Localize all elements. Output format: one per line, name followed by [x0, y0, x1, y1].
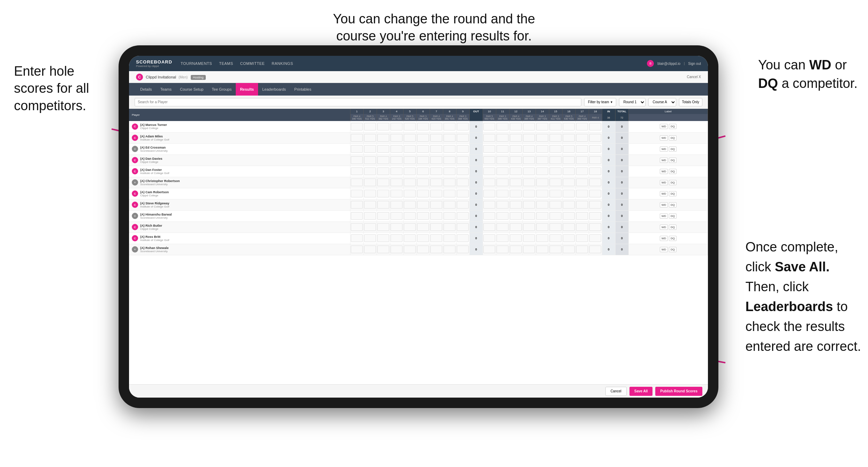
hole-8-input-p6[interactable]: [444, 190, 455, 197]
hole-3-input-p8[interactable]: [377, 212, 389, 220]
hole-14-cell[interactable]: [536, 155, 549, 166]
hole-18-input-p5[interactable]: [589, 179, 601, 186]
hole-10-input-p3[interactable]: [483, 156, 495, 164]
hole-13-input-p7[interactable]: [523, 201, 535, 209]
wd-button-p4[interactable]: WD: [660, 169, 668, 174]
hole-16-cell[interactable]: [562, 121, 575, 132]
hole-3-cell[interactable]: [377, 244, 390, 255]
hole-1-cell[interactable]: [350, 210, 363, 221]
hole-12-cell[interactable]: [509, 121, 522, 132]
hole-7-input-p10[interactable]: [430, 234, 442, 242]
hole-4-input-p1[interactable]: [391, 134, 402, 142]
hole-3-input-p9[interactable]: [377, 223, 389, 231]
hole-2-input-p8[interactable]: [364, 212, 376, 220]
save-all-button[interactable]: Save All: [629, 387, 653, 396]
hole-3-input-p1[interactable]: [377, 134, 389, 142]
hole-9-input-p1[interactable]: [457, 134, 469, 142]
hole-13-input-p5[interactable]: [523, 179, 535, 186]
hole-4-cell[interactable]: [390, 166, 403, 177]
hole-12-cell[interactable]: [509, 143, 522, 155]
hole-14-input-p9[interactable]: [536, 223, 548, 231]
hole-14-input-p3[interactable]: [536, 156, 548, 164]
hole-13-cell[interactable]: [522, 233, 536, 244]
hole-11-cell[interactable]: [496, 177, 509, 188]
hole-2-cell[interactable]: [363, 233, 377, 244]
hole-4-cell[interactable]: [390, 188, 403, 199]
hole-14-cell[interactable]: [536, 244, 549, 255]
hole-17-input-p9[interactable]: [576, 223, 588, 231]
hole-6-cell[interactable]: [416, 155, 430, 166]
hole-3-input-p10[interactable]: [377, 234, 389, 242]
hole-5-input-p5[interactable]: [404, 179, 416, 186]
hole-1-cell[interactable]: [350, 177, 363, 188]
hole-14-input-p4[interactable]: [536, 167, 548, 175]
hole-6-input-p9[interactable]: [417, 223, 429, 231]
hole-7-input-p4[interactable]: [430, 167, 442, 175]
hole-3-input-p7[interactable]: [377, 201, 389, 209]
hole-10-input-p9[interactable]: [483, 223, 495, 231]
hole-14-cell[interactable]: [536, 121, 549, 132]
tab-results[interactable]: Results: [236, 83, 258, 96]
hole-11-input-p7[interactable]: [497, 201, 508, 209]
hole-15-cell[interactable]: [549, 155, 562, 166]
hole-2-cell[interactable]: [363, 166, 377, 177]
hole-15-input-p10[interactable]: [550, 234, 561, 242]
hole-6-cell[interactable]: [416, 210, 430, 221]
hole-16-input-p6[interactable]: [563, 190, 575, 197]
hole-18-input-p8[interactable]: [589, 212, 601, 220]
hole-4-cell[interactable]: [390, 132, 403, 143]
hole-16-cell[interactable]: [562, 177, 575, 188]
hole-2-input-p2[interactable]: [364, 145, 376, 153]
hole-15-cell[interactable]: [549, 132, 562, 143]
hole-14-cell[interactable]: [536, 166, 549, 177]
hole-11-cell[interactable]: [496, 121, 509, 132]
hole-13-cell[interactable]: [522, 132, 536, 143]
hole-2-input-p10[interactable]: [364, 234, 376, 242]
hole-15-input-p6[interactable]: [550, 190, 561, 197]
hole-15-input-p8[interactable]: [550, 212, 561, 220]
hole-13-input-p2[interactable]: [523, 145, 535, 153]
hole-9-input-p7[interactable]: [457, 201, 469, 209]
hole-11-cell[interactable]: [496, 132, 509, 143]
hole-12-cell[interactable]: [509, 188, 522, 199]
hole-11-cell[interactable]: [496, 166, 509, 177]
hole-11-input-p0[interactable]: [497, 123, 508, 130]
hole-16-cell[interactable]: [562, 221, 575, 233]
hole-7-input-p2[interactable]: [430, 145, 442, 153]
hole-12-cell[interactable]: [509, 244, 522, 255]
hole-1-cell[interactable]: [350, 188, 363, 199]
hole-7-cell[interactable]: [430, 121, 443, 132]
hole-17-input-p10[interactable]: [576, 234, 588, 242]
hole-13-input-p9[interactable]: [523, 223, 535, 231]
hole-15-cell[interactable]: [549, 244, 562, 255]
hole-1-cell[interactable]: [350, 132, 363, 143]
hole-3-input-p6[interactable]: [377, 190, 389, 197]
hole-6-input-p2[interactable]: [417, 145, 429, 153]
hole-8-input-p1[interactable]: [444, 134, 455, 142]
hole-16-input-p11[interactable]: [563, 246, 575, 253]
hole-1-cell[interactable]: [350, 221, 363, 233]
hole-16-input-p8[interactable]: [563, 212, 575, 220]
hole-3-cell[interactable]: [377, 221, 390, 233]
hole-12-cell[interactable]: [509, 210, 522, 221]
hole-16-input-p5[interactable]: [563, 179, 575, 186]
hole-12-input-p5[interactable]: [510, 179, 522, 186]
hole-17-cell[interactable]: [575, 188, 589, 199]
hole-9-cell[interactable]: [456, 199, 469, 210]
hole-11-input-p11[interactable]: [497, 246, 508, 253]
hole-7-cell[interactable]: [430, 199, 443, 210]
hole-9-input-p2[interactable]: [457, 145, 469, 153]
hole-18-input-p3[interactable]: [589, 156, 601, 164]
hole-16-cell[interactable]: [562, 166, 575, 177]
tab-teams[interactable]: Teams: [156, 83, 176, 96]
hole-8-cell[interactable]: [443, 199, 456, 210]
hole-7-cell[interactable]: [430, 244, 443, 255]
hole-10-cell[interactable]: [483, 244, 496, 255]
hole-7-input-p0[interactable]: [430, 123, 442, 130]
hole-12-input-p1[interactable]: [510, 134, 522, 142]
hole-1-input-p6[interactable]: [351, 190, 363, 197]
hole-10-cell[interactable]: [483, 233, 496, 244]
hole-13-cell[interactable]: [522, 244, 536, 255]
wd-button-p9[interactable]: WD: [660, 225, 668, 230]
hole-14-cell[interactable]: [536, 199, 549, 210]
